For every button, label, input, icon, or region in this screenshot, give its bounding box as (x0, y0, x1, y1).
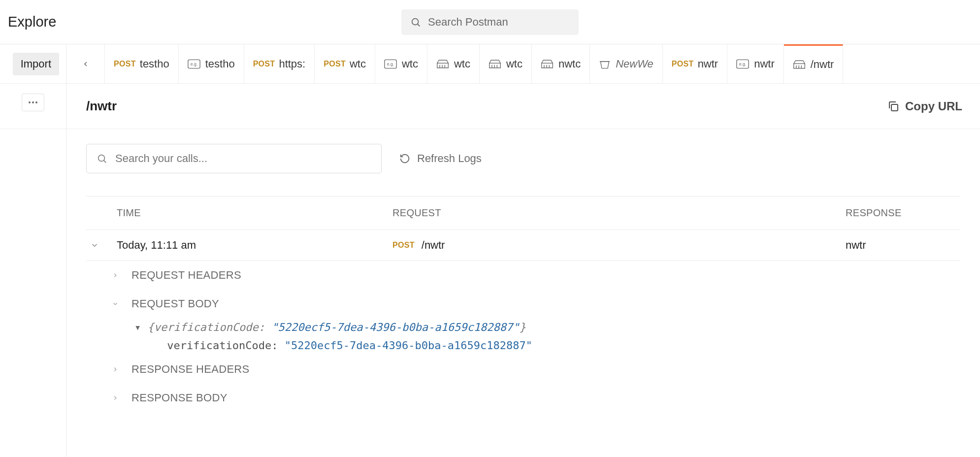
tabbar-row: Import POST testho e.g. testho POST http… (0, 44, 980, 84)
tab-post-https[interactable]: POST https: (244, 44, 315, 83)
chevron-right-icon (112, 272, 123, 279)
tab-label: NewWe (616, 58, 653, 70)
tab-label: nwtr (754, 58, 775, 70)
example-icon: e.g. (736, 59, 749, 69)
top-header: Explore Search Postman (0, 0, 980, 44)
tabbar: POST testho e.g. testho POST https: POST… (66, 44, 980, 83)
cell-response: nwtr (846, 239, 960, 252)
section-request-body[interactable]: REQUEST BODY (112, 290, 960, 318)
json-kv-line: verificationCode: "5220ecf5-7dea-4396-b0… (134, 336, 960, 355)
example-icon: e.g. (384, 59, 397, 69)
svg-text:e.g.: e.g. (387, 62, 394, 66)
explore-link[interactable]: Explore (8, 14, 56, 30)
http-method-badge: POST (114, 60, 136, 68)
import-button[interactable]: Import (13, 53, 59, 75)
tab-label: /nwtr (811, 58, 834, 71)
search-postman[interactable]: Search Postman (401, 9, 579, 35)
cell-time: Today, 11:11 am (117, 239, 392, 252)
left-col-mid (0, 84, 66, 129)
table-header: TIME REQUEST RESPONSE (86, 196, 960, 230)
tab-example-nwtr[interactable]: e.g. nwtr (727, 44, 784, 83)
title-row: /nwtr Copy URL (0, 84, 980, 129)
col-request: REQUEST (392, 207, 846, 219)
search-icon (410, 17, 421, 28)
mock-server-icon (793, 59, 806, 70)
websocket-icon (599, 59, 611, 69)
section-label: REQUEST HEADERS (131, 269, 241, 282)
content: Refresh Logs TIME REQUEST RESPONSE Today… (66, 129, 980, 457)
svg-point-25 (29, 101, 31, 103)
http-method-badge: POST (392, 241, 415, 250)
table-row[interactable]: Today, 11:11 am POST /nwtr nwtr (86, 230, 960, 261)
refresh-logs-label: Refresh Logs (417, 152, 482, 165)
section-label: RESPONSE HEADERS (131, 363, 250, 376)
tab-label: testho (140, 58, 169, 70)
cell-request: POST /nwtr (392, 239, 846, 252)
chevron-right-icon (112, 366, 123, 373)
request-body-json: ▾ {verificationCode: "5220ecf5-7dea-4396… (112, 318, 960, 355)
row-details: REQUEST HEADERS REQUEST BODY ▾ {verifica… (86, 261, 960, 412)
tab-label: https: (279, 58, 305, 70)
copy-url-button[interactable]: Copy URL (887, 99, 962, 113)
left-sidebar (0, 129, 66, 457)
svg-point-29 (98, 155, 105, 162)
tab-label: wtc (506, 58, 523, 70)
svg-point-0 (412, 18, 419, 25)
search-calls[interactable] (86, 144, 382, 173)
copy-url-label: Copy URL (905, 99, 962, 113)
json-summary-line[interactable]: ▾ {verificationCode: "5220ecf5-7dea-4396… (134, 318, 960, 336)
svg-point-26 (32, 101, 34, 103)
tab-label: testho (205, 58, 235, 70)
section-response-body[interactable]: RESPONSE BODY (112, 384, 960, 412)
tab-example-wtc[interactable]: e.g. wtc (375, 44, 427, 83)
body: Refresh Logs TIME REQUEST RESPONSE Today… (0, 129, 980, 457)
http-method-badge: POST (253, 60, 275, 68)
calls-table: TIME REQUEST RESPONSE Today, 11:11 am PO… (86, 196, 960, 412)
svg-line-30 (104, 161, 106, 163)
mock-server-icon (489, 59, 501, 69)
search-calls-input[interactable] (115, 152, 371, 165)
section-label: REQUEST BODY (131, 297, 219, 310)
tab-websocket-new[interactable]: NewWe (590, 44, 663, 83)
tab-mock-wtc-1[interactable]: wtc (427, 44, 480, 83)
tab-post-nwtr[interactable]: POST nwtr (663, 44, 727, 83)
request-path: /nwtr (422, 239, 445, 252)
section-response-headers[interactable]: RESPONSE HEADERS (112, 355, 960, 384)
search-icon (97, 153, 107, 164)
svg-rect-28 (891, 104, 898, 111)
tab-mock-nwtr-active[interactable]: /nwtr (784, 44, 844, 83)
mock-server-icon (541, 59, 554, 69)
svg-text:e.g.: e.g. (190, 62, 197, 66)
chevron-right-icon (112, 394, 123, 401)
http-method-badge: POST (672, 60, 694, 68)
tab-mock-nwtc[interactable]: nwtc (532, 44, 590, 83)
refresh-logs-button[interactable]: Refresh Logs (399, 152, 482, 165)
chevron-down-icon (112, 300, 123, 307)
svg-line-1 (418, 24, 420, 26)
tab-label: nwtr (698, 58, 719, 70)
section-label: RESPONSE BODY (131, 392, 228, 404)
svg-point-27 (35, 101, 37, 103)
tab-post-testho[interactable]: POST testho (105, 44, 179, 83)
tab-label: wtc (350, 58, 366, 70)
search-postman-placeholder: Search Postman (428, 16, 508, 29)
col-response: RESPONSE (846, 207, 960, 219)
tab-label: wtc (454, 58, 470, 70)
section-request-headers[interactable]: REQUEST HEADERS (112, 261, 960, 290)
tab-scroll-back-button[interactable] (66, 44, 105, 83)
left-col-top: Import (0, 44, 66, 83)
tab-mock-wtc-2[interactable]: wtc (480, 44, 532, 83)
col-time: TIME (117, 207, 392, 219)
example-icon: e.g. (188, 59, 200, 69)
refresh-icon (399, 153, 410, 164)
tab-post-wtc[interactable]: POST wtc (315, 44, 375, 83)
title-area: /nwtr Copy URL (66, 84, 980, 129)
http-method-badge: POST (324, 60, 346, 68)
more-options-button[interactable] (22, 94, 44, 111)
svg-text:e.g.: e.g. (739, 62, 746, 66)
copy-icon (887, 100, 899, 112)
tab-label: wtc (402, 58, 418, 70)
tab-label: nwtc (558, 58, 581, 70)
expand-row-toggle[interactable] (86, 241, 117, 250)
tab-example-testho[interactable]: e.g. testho (179, 44, 244, 83)
